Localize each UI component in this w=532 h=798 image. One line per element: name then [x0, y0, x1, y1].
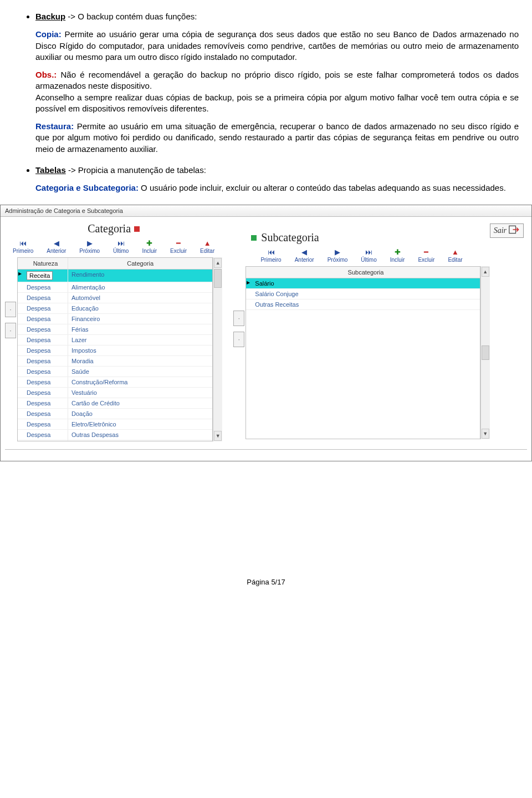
exit-label: Sair [494, 226, 507, 235]
toolbar-primeiro[interactable]: Primeiro [13, 240, 33, 254]
subcategoria-grid-header: Subcategoria [246, 267, 479, 278]
table-row[interactable]: DespesaImpostos [18, 345, 212, 356]
toolbar-anterior[interactable]: Anterior [47, 240, 66, 254]
scroll-up-icon[interactable]: ▲ [214, 258, 222, 268]
toolbar-incluir[interactable]: Incluir [142, 240, 157, 254]
table-row[interactable]: Salário [246, 278, 479, 289]
toolbar2-incluir[interactable]: Incluir [390, 248, 405, 263]
col-categoria[interactable]: Categoria [68, 258, 212, 269]
categoria-scrollbar[interactable]: ▲ ▼ [213, 257, 222, 441]
categoria-grid[interactable]: Natureza Categoria ReceitaRendimentoDesp… [17, 257, 213, 441]
table-row[interactable]: DespesaOutras Despesas [18, 430, 212, 440]
obs-label: Obs.: [35, 70, 57, 79]
restaura-label: Restaura: [35, 121, 74, 131]
subcategoria-side-buttons: · · [233, 311, 244, 439]
categoria-title: Categoria [88, 222, 131, 235]
toolbar2-excluir[interactable]: Excluir [418, 248, 434, 263]
obs-text: Não é recomendável a geração do backup n… [35, 70, 519, 90]
plus-icon [395, 248, 401, 256]
restaura-text: Permite ao usuário em uma situação de em… [35, 121, 519, 154]
table-row[interactable]: DespesaFinanceiro [18, 314, 212, 324]
table-row[interactable]: DespesaMoradia [18, 356, 212, 367]
toolbar-ultimo[interactable]: Último [113, 240, 129, 254]
scroll-up-icon[interactable]: ▲ [482, 267, 489, 277]
exit-button[interactable]: Sair [490, 223, 524, 238]
backup-bullet: Backup -> O backup contém duas funções: … [35, 11, 519, 155]
side-up-button-2[interactable]: · [233, 311, 244, 326]
first-icon [19, 240, 27, 247]
arrow2: -> [68, 165, 76, 175]
obs-text2: Aconselho a sempre realizar duas cópias … [35, 93, 519, 113]
toolbar2-primeiro[interactable]: Primeiro [260, 248, 281, 263]
subcategoria-grid[interactable]: Subcategoria SalárioSalário ConjugeOutra… [245, 266, 480, 439]
toolbar2-proximo[interactable]: Próximo [328, 248, 348, 263]
prev-icon [301, 248, 307, 256]
green-square-icon [251, 235, 257, 241]
toolbar-excluir[interactable]: Excluir [170, 240, 187, 254]
table-row[interactable]: DespesaEletro/Eletrônico [18, 419, 212, 430]
tabelas-bullet: Tabelas -> Propicia a manutenção de tabe… [35, 165, 519, 194]
scroll-thumb[interactable] [482, 345, 489, 360]
copia-label: Copia: [35, 29, 62, 39]
categoria-grid-header: Natureza Categoria [18, 258, 212, 270]
side-up-button[interactable]: · [5, 302, 16, 317]
table-row[interactable]: DespesaSaúde [18, 367, 212, 377]
toolbar2-anterior[interactable]: Anterior [295, 248, 314, 263]
last-icon [117, 240, 125, 247]
table-row[interactable]: DespesaFérias [18, 324, 212, 335]
table-row[interactable]: DespesaDoação [18, 409, 212, 419]
table-row[interactable]: Salário Conjuge [246, 289, 479, 299]
categoria-toolbar: Primeiro Anterior Próximo Último Incluir… [5, 240, 222, 254]
backup-title: Backup [35, 12, 65, 21]
toolbar-proximo[interactable]: Próximo [79, 240, 100, 254]
arrow: -> [68, 12, 75, 21]
table-row[interactable]: DespesaVestuário [18, 388, 212, 398]
minus-icon [424, 248, 428, 256]
table-row[interactable]: Outras Receitas [246, 299, 479, 310]
subcategoria-toolbar: Primeiro Anterior Próximo Último Incluir… [233, 248, 489, 263]
side-down-button-2[interactable]: · [233, 332, 244, 347]
tabelas-title: Tabelas [35, 165, 66, 175]
page-footer: Página 5/17 [13, 578, 519, 597]
edit-icon [452, 248, 459, 256]
table-row[interactable]: DespesaCartão de Crédito [18, 398, 212, 409]
side-down-button[interactable]: · [5, 323, 16, 338]
categoria-pane: Categoria Primeiro Anterior Próximo Últi… [5, 220, 228, 441]
table-row[interactable]: DespesaLazer [18, 335, 212, 345]
table-row[interactable]: DespesaAlimentação [18, 282, 212, 293]
copia-text: Permite ao usuário gerar uma cópia de se… [35, 29, 519, 62]
scroll-down-icon[interactable]: ▼ [482, 429, 489, 439]
table-row[interactable]: DespesaAutomóvel [18, 293, 212, 303]
table-row[interactable]: DespesaEducação [18, 303, 212, 314]
backup-intro: O backup contém duas funções: [78, 12, 197, 21]
doc-bullets: Backup -> O backup contém duas funções: … [13, 11, 519, 194]
next-icon [87, 240, 93, 247]
minus-icon [176, 240, 181, 247]
tabelas-intro: Propicia a manutenção de tabelas: [78, 165, 206, 175]
subcategoria-scrollbar[interactable]: ▲ ▼ [480, 266, 490, 439]
toolbar2-editar[interactable]: Editar [448, 248, 462, 263]
exit-icon [509, 225, 520, 236]
edit-icon [204, 240, 211, 247]
window-title: Administração de Categoria e Subcategori… [1, 205, 531, 217]
toolbar-editar[interactable]: Editar [200, 240, 214, 254]
col-natureza[interactable]: Natureza [23, 258, 68, 269]
table-row[interactable]: DespesaConstrução/Reforma [18, 377, 212, 388]
first-icon [268, 248, 275, 256]
subcategoria-pane: Subcategoria Primeiro Anterior Próximo Ú… [228, 220, 489, 439]
subcategoria-title: Subcategoria [261, 231, 319, 244]
categoria-side-buttons: · · [5, 302, 16, 441]
next-icon [335, 248, 340, 256]
app-window: Administração de Categoria e Subcategori… [0, 205, 532, 461]
table-row[interactable]: ReceitaRendimento [18, 270, 212, 282]
toolbar2-ultimo[interactable]: Último [361, 248, 376, 263]
last-icon [365, 248, 372, 256]
table-row[interactable]: DespesaPresentes [18, 440, 212, 441]
scroll-down-icon[interactable]: ▼ [214, 431, 222, 441]
col-subcategoria[interactable]: Subcategoria [252, 267, 479, 278]
scroll-thumb[interactable] [214, 269, 222, 288]
prev-icon [54, 240, 59, 247]
red-square-icon [134, 226, 140, 232]
cat-subcat-text: O usuário pode incluir, excluir ou alter… [139, 183, 506, 192]
cat-subcat-label: Categoria e Subcategoria: [35, 183, 139, 192]
